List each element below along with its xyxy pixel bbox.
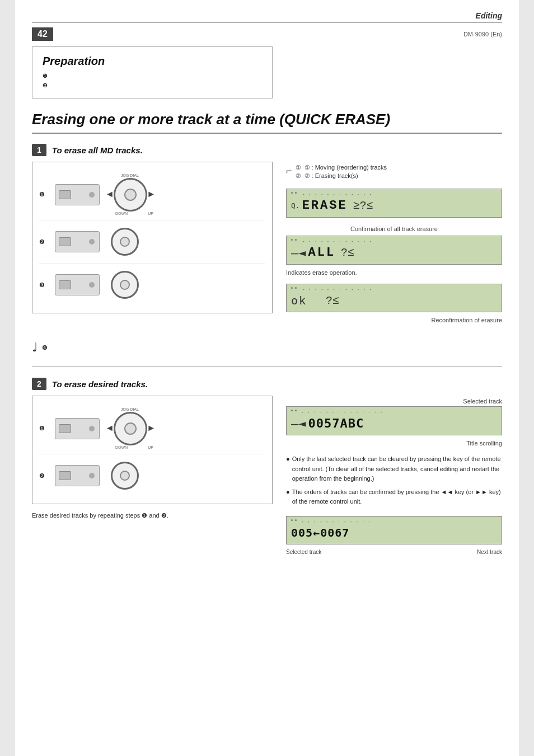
device-img-2 [55,225,144,259]
jog-dial-1: ◄ ► JOG DIAL DOWN UP [105,173,156,215]
md-player-s2-1 [55,418,100,439]
page-header: Editing [32,11,502,23]
circle-label-2: ② : Erasing track(s) [305,172,358,180]
dot [291,239,293,241]
lcd-q-dot: Q. [291,201,300,210]
lcd-small-s2-1: · · · · · · · · · · · · · · [301,410,383,415]
dot [291,287,293,289]
section2-right: Selected track · · · · · · · · · · · · ·… [286,396,502,563]
lcd-all-text: ALL [308,246,336,260]
bullet-item-2: ● The orders of tracks can be confirmed … [286,487,502,507]
md-player-s2-2 [55,465,100,486]
lcd-main-row-1: Q. ERASE ≥?≤ [291,199,497,213]
lcd-dots-s2-1: · · · · · · · · · · · · · · [291,410,497,415]
jog-arrow-left-s2: ◄ [105,423,114,433]
page-num-bar: 42 DM-9090 (En) [32,27,502,41]
dot [295,519,297,521]
main-title: Erasing one or more track at a time (QUI… [32,111,502,134]
jog-arrow-right-1: ► [147,189,156,199]
jog-dial-3 [105,268,144,302]
device-step-s2-2: ❷ [39,454,265,497]
lcd-main-row-s2-2: 005←0067 [291,526,497,539]
display-section-1: · · · · · · · · · · · · Q. ERASE ≥?≤ [286,189,502,218]
step-num-3: ❸ [39,281,48,289]
lcd-caption-3: Reconfirmation of erasure [286,317,502,323]
device-img-1: ◄ ► JOG DIAL DOWN UP [55,173,156,215]
section2-header: 2 To erase desired tracks. [32,378,502,390]
circle-num-2: ② [296,172,301,180]
lcd-arrows-2: ?≤ [341,246,354,259]
music-note-row: ♩ ❹ [32,340,502,355]
jog-label-down-s2: DOWN [115,445,128,449]
section2-title: To erase desired tracks. [52,379,148,389]
section1-content: ❶ ◄ ► JOG DIAL DOWN [32,162,502,331]
jog-outer-3 [111,271,139,299]
jog-label-up-1: UP [148,212,153,215]
dot [291,519,293,521]
bullet-dot-2: ● [286,487,290,507]
circle-num-1: ① [296,164,301,171]
bullet-text-1: Only the last selected track can be clea… [292,454,502,484]
lcd-display-3: · · · · · · · · · · · · ok ?≤ [286,284,502,312]
jog-inner-s2-2 [120,471,130,481]
jog-outer-s2-1 [114,412,147,445]
lcd-dots-3: · · · · · · · · · · · · [291,287,497,293]
lcd-dash-arrow-s2: —◄ [291,416,306,430]
title-scrolling-label: Title scrolling [286,440,502,447]
display-section-3: · · · · · · · · · · · · ok ?≤ Reconfirma… [286,284,502,323]
jog-inner-2 [120,237,130,247]
section-divider [32,366,502,367]
selected-track-label: Selected track [286,398,502,405]
lcd-display-2: · · · · · · · · · · · · —◄ ALL ?≤ [286,236,502,265]
dot [291,410,293,411]
note-step-num: ❹ [42,344,48,351]
section2-content: ❶ ◄ ► JOG DIAL DOWN UP [32,396,502,563]
lcd-dots-1: · · · · · · · · · · · · [291,192,497,198]
jog-label-down-1: DOWN [115,212,128,215]
lcd-display-1: · · · · · · · · · · · · Q. ERASE ≥?≤ [286,189,502,218]
jog-outer-1 [114,178,147,212]
bullet-item-1: ● Only the last selected track can be cl… [286,454,502,484]
bullet-text-2: The orders of tracks can be confirmed by… [292,487,502,507]
dot [295,192,297,194]
prep-title: Preparation [43,55,262,68]
lcd-ok-text: ok [291,294,307,307]
device-step-3: ❸ [39,264,265,306]
section2-device-box: ❶ ◄ ► JOG DIAL DOWN UP [32,396,273,504]
lcd-caption-2: Confirmation of all track erasure [286,226,502,232]
lcd-track-text: 0057ABC [308,416,364,430]
section1-badge: 1 [32,144,46,156]
md-player-3 [55,274,100,295]
jog-dial-s2-1: ◄ ► JOG DIAL DOWN UP [105,407,156,449]
dot [295,287,297,289]
section2-left: ❶ ◄ ► JOG DIAL DOWN UP [32,396,273,563]
prep-item-1: ❶ [43,71,262,81]
lcd-small-s2-2: · · · · · · · · · · · · [301,519,371,525]
music-note-icon: ♩ [32,340,38,355]
doc-id: DM-9090 (En) [463,31,502,37]
jog-label-up-s2: UP [148,445,153,449]
nb-row-2: ② ② : Erasing track(s) [296,172,387,180]
device-step-1: ❶ ◄ ► JOG DIAL DOWN [39,169,265,220]
lcd-small-1: · · · · · · · · · · · · [302,192,372,198]
jog-inner-s2-1 [124,422,137,435]
selected-track-label2: Selected track [286,549,321,555]
section2-badge: 2 [32,378,46,390]
device-step-s2-1: ❶ ◄ ► JOG DIAL DOWN UP [39,403,265,454]
display-section-s2-1: Selected track · · · · · · · · · · · · ·… [286,398,502,447]
step-num-2: ❷ [39,238,48,246]
dot [295,410,297,411]
erase-step-note: Erase desired tracks by repeating steps … [32,512,273,519]
lcd-small-2: · · · · · · · · · · · · [302,239,372,245]
step-num-1: ❶ [39,191,48,198]
prep-circle-1: ❶ [43,71,48,81]
device-img-s2-2 [55,459,144,492]
jog-label-top-s2: JOG DIAL [121,407,139,411]
right-col-inner-2: Selected track · · · · · · · · · · · · ·… [286,396,502,555]
lcd-dash-arrow: —◄ [291,246,306,260]
prep-circle-2: ❷ [43,81,48,90]
section1-device-box: ❶ ◄ ► JOG DIAL DOWN [32,162,273,313]
lcd-subcaption-2: Indicates erase operation. [286,269,502,276]
bracket-symbol: ⌐ [286,165,292,177]
lcd-dots-2: · · · · · · · · · · · · [291,239,497,245]
